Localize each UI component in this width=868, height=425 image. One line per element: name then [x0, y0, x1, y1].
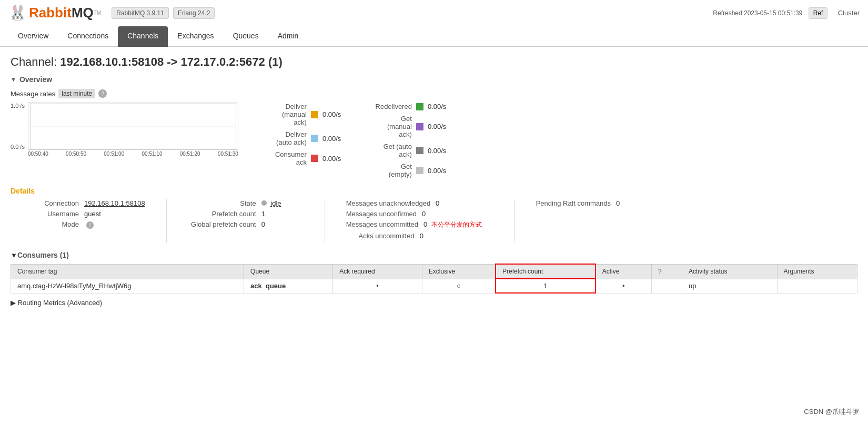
rate-deliver-auto-value: 0.00/s	[322, 135, 349, 143]
cell-help-empty	[651, 279, 682, 293]
detail-msgs-uncommitted-row: Messages uncommitted 0 不公平分发的方式	[346, 220, 493, 229]
message-rates-help[interactable]: ?	[98, 89, 107, 98]
chart-area: 1.0 /s 0.0 /s 00:50:40 00:50:50 00:51:00…	[11, 103, 857, 178]
detail-connection-val[interactable]: 192.168.10.1:58108	[84, 199, 145, 207]
col-prefetch-count: Prefetch count	[496, 264, 596, 279]
col-active: Active	[596, 264, 652, 279]
col-arguments: Arguments	[777, 264, 857, 279]
cell-prefetch-count: 1	[496, 279, 596, 293]
overview-section-header[interactable]: ▼ Overview	[11, 75, 857, 84]
rate-deliver-manual-label: Deliver(manualack)	[259, 103, 307, 126]
rate-deliver-auto-color	[311, 135, 318, 142]
mode-help-icon[interactable]: ?	[86, 221, 94, 229]
logo-rabbit: Rabbit	[29, 5, 72, 21]
rate-get-manual-label: Get(manualack)	[365, 115, 412, 138]
detail-acks-uncommitted-row: Acks uncommitted 0	[346, 232, 493, 240]
message-rates-text: Message rates	[11, 90, 55, 98]
detail-msgs-unconfirmed-val: 0	[422, 210, 426, 218]
nav-queues[interactable]: Queues	[224, 26, 268, 47]
nav-overview[interactable]: Overview	[8, 26, 58, 47]
rate-deliver-auto: Deliver(auto ack) 0.00/s	[259, 130, 349, 146]
chart-wrapper: 1.0 /s 0.0 /s 00:50:40 00:50:50 00:51:00…	[11, 103, 238, 160]
detail-prefetch-key: Prefetch count	[188, 210, 256, 218]
refresh-info: Refreshed 2023-05-15 00:51:39 Ref Cluste…	[713, 7, 860, 19]
details-left-col: Connection 192.168.10.1:58108 Username g…	[11, 199, 145, 242]
cell-queue: ack_queue	[244, 279, 333, 293]
consumers-table-header: Consumer tag Queue Ack required Exclusiv…	[11, 264, 857, 279]
logo: 🐰 RabbitMQTM	[8, 4, 101, 22]
refresh-text: Refreshed 2023-05-15 00:51:39	[713, 9, 802, 17]
col-queue: Queue	[244, 264, 333, 279]
details-divider-3	[514, 199, 515, 242]
col-activity-status: Activity status	[682, 264, 777, 279]
x-label-5: 00:51:30	[218, 151, 238, 157]
rate-get-manual-value: 0.00/s	[428, 123, 454, 130]
rate-consumer-ack: Consumerack 0.00/s	[259, 150, 349, 166]
consumers-table: Consumer tag Queue Ack required Exclusiv…	[11, 264, 857, 294]
detail-username-row: Username guest	[11, 210, 145, 218]
details-section: Details Connection 192.168.10.1:58108 Us…	[11, 187, 857, 242]
detail-username-key: Username	[11, 210, 79, 218]
detail-prefetch-row: Prefetch count 1	[188, 210, 304, 218]
rate-get-manual-color	[416, 123, 423, 130]
col-help[interactable]: ?	[651, 264, 682, 279]
bottom-section-label[interactable]: ▶ Routing Metrics (Advanced)	[11, 299, 102, 307]
rate-get-auto-label: Get (autoack)	[365, 143, 412, 158]
nav-channels[interactable]: Channels	[118, 26, 168, 47]
detail-pending-raft-key: Pending Raft commands	[536, 199, 611, 207]
detail-pending-raft-row: Pending Raft commands 0	[536, 199, 641, 207]
nav-connections[interactable]: Connections	[58, 26, 118, 47]
y-bottom: 0.0 /s	[11, 144, 25, 150]
erlang-badge: Erlang 24.2	[173, 7, 215, 19]
page-title-value: 192.168.10.1:58108 -> 172.17.0.2:5672 (1…	[60, 55, 282, 68]
nav-exchanges[interactable]: Exchanges	[168, 26, 223, 47]
rate-redelivered-label: Redelivered	[365, 103, 412, 110]
x-axis-labels: 00:50:40 00:50:50 00:51:00 00:51:10 00:5…	[28, 150, 238, 158]
x-label-1: 00:50:50	[66, 151, 86, 157]
detail-mode-row: Mode ?	[11, 220, 145, 229]
rate-get-empty: Get(empty) 0.00/s	[365, 163, 454, 178]
rate-deliver-manual: Deliver(manualack) 0.00/s	[259, 103, 349, 126]
detail-state-key: State	[188, 199, 256, 207]
consumers-title: Consumers (1)	[17, 251, 69, 259]
rate-get-empty-label: Get(empty)	[365, 163, 412, 178]
logo-icon: 🐰	[8, 4, 27, 22]
rate-column-right: Redelivered 0.00/s Get(manualack) 0.00/s…	[365, 103, 454, 178]
page-title: Channel: 192.168.10.1:58108 -> 172.17.0.…	[11, 55, 857, 69]
rate-redelivered: Redelivered 0.00/s	[365, 103, 454, 110]
consumers-header[interactable]: ▼ Consumers (1)	[11, 251, 857, 259]
cell-ack-required: •	[333, 279, 422, 293]
rate-get-auto-value: 0.00/s	[428, 147, 454, 155]
col-consumer-tag: Consumer tag	[11, 264, 244, 279]
nav-admin[interactable]: Admin	[268, 26, 308, 47]
cell-activity-status: up	[682, 279, 777, 293]
refresh-button[interactable]: Ref	[809, 7, 828, 19]
detail-global-prefetch-val: 0	[261, 220, 265, 228]
rate-consumer-ack-color	[311, 155, 318, 162]
detail-state-val: idle	[261, 199, 281, 207]
x-label-0: 00:50:40	[28, 151, 48, 157]
detail-msgs-unacked-row: Messages unacknowledged 0	[346, 199, 493, 207]
time-badge[interactable]: last minute	[58, 89, 95, 98]
chart-svg	[28, 103, 238, 150]
rate-get-empty-color	[416, 167, 423, 174]
col-ack-required: Ack required	[333, 264, 422, 279]
rate-get-auto-color	[416, 147, 423, 154]
detail-acks-uncommitted-val: 0	[420, 232, 423, 240]
y-axis: 1.0 /s 0.0 /s	[11, 103, 25, 160]
cluster-link[interactable]: Cluster	[838, 9, 860, 17]
chart-box: 00:50:40 00:50:50 00:51:00 00:51:10 00:5…	[28, 103, 238, 160]
detail-connection-key: Connection	[11, 199, 79, 207]
page-title-prefix: Channel:	[11, 55, 57, 68]
bottom-section[interactable]: ▶ Routing Metrics (Advanced)	[11, 299, 857, 307]
state-text: idle	[270, 199, 281, 207]
overview-section-title: Overview	[19, 75, 52, 84]
x-label-2: 00:51:00	[104, 151, 124, 157]
cell-consumer-tag: amq.ctag-HzW-l98slTyMy_RHwtjW6g	[11, 279, 244, 293]
detail-global-prefetch-row: Global prefetch count 0	[188, 220, 304, 228]
rate-consumer-ack-label: Consumerack	[259, 150, 307, 166]
message-rates-label: Message rates last minute ?	[11, 89, 857, 98]
page-content: Channel: 192.168.10.1:58108 -> 172.17.0.…	[0, 47, 868, 315]
rate-get-empty-value: 0.00/s	[428, 167, 454, 175]
version-badge: RabbitMQ 3.9.11	[112, 7, 169, 19]
